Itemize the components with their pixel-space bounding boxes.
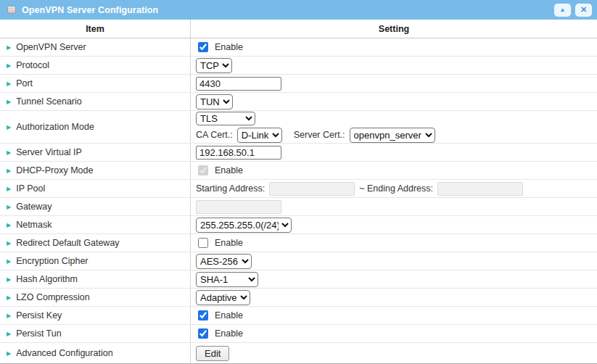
item-cell-gateway: ▶ Gateway <box>0 198 191 215</box>
row-arrow-icon: ▶ <box>7 125 11 131</box>
persist-tun-enable-checkbox[interactable] <box>198 328 208 339</box>
encryption-cipher-select[interactable]: AES-256 <box>196 254 252 269</box>
server-cert-select[interactable]: openvpn_server <box>350 128 435 143</box>
port-input[interactable] <box>196 77 281 91</box>
table-row: ▶ Advanced Configuration Edit <box>0 343 597 364</box>
item-label: Persist Key <box>16 310 62 320</box>
row-arrow-icon: ▶ <box>7 331 11 337</box>
item-cell-protocol: ▶ Protocol <box>0 57 191 74</box>
table-row: ▶ Gateway <box>0 198 597 216</box>
row-arrow-icon: ▶ <box>7 168 11 174</box>
setting-cell-tunnel-scenario: TUN <box>191 93 597 110</box>
table-row: ▶ Server Virtual IP <box>0 144 597 162</box>
window-icon <box>7 6 16 14</box>
table-row: ▶ Netmask 255.255.255.0(/24) <box>0 216 597 234</box>
row-arrow-icon: ▶ <box>7 186 11 192</box>
item-cell-dhcp-proxy-mode: ▶ DHCP-Proxy Mode <box>0 162 191 179</box>
protocol-select[interactable]: TCP <box>196 58 232 73</box>
window-title: OpenVPN Server Configuration <box>22 5 550 15</box>
item-cell-persist-key: ▶ Persist Key <box>0 307 191 324</box>
gateway-input <box>196 200 281 214</box>
authorization-mode-select[interactable]: TLS <box>196 112 255 125</box>
collapse-button[interactable]: ▲ <box>554 4 571 17</box>
setting-cell-protocol: TCP <box>191 57 597 74</box>
row-arrow-icon: ▶ <box>7 313 11 319</box>
header-item: Item <box>0 20 191 38</box>
row-arrow-icon: ▶ <box>7 204 11 210</box>
item-cell-advanced-configuration: ▶ Advanced Configuration <box>0 343 191 363</box>
tunnel-scenario-select[interactable]: TUN <box>196 94 233 109</box>
enable-label: Enable <box>215 328 243 339</box>
lzo-compression-select[interactable]: Adaptive <box>196 290 250 305</box>
item-label: LZO Compression <box>16 292 89 302</box>
setting-cell-persist-tun: Enable <box>191 325 597 342</box>
table-row: ▶ DHCP-Proxy Mode Enable <box>0 162 597 180</box>
setting-cell-hash-algorithm: SHA-1 <box>191 270 597 288</box>
item-label: Gateway <box>16 202 52 212</box>
item-cell-tunnel-scenario: ▶ Tunnel Scenario <box>0 93 191 110</box>
item-cell-port: ▶ Port <box>0 75 191 92</box>
redirect-default-gateway-enable-checkbox[interactable] <box>198 238 208 248</box>
server-cert-label: Server Cert.: <box>294 130 345 140</box>
setting-cell-server-virtual-ip <box>191 144 597 161</box>
titlebar: OpenVPN Server Configuration ▲ ✕ <box>0 0 597 20</box>
item-label: Server Virtual IP <box>16 147 82 157</box>
row-arrow-icon: ▶ <box>7 63 11 69</box>
setting-cell-ip-pool: Starting Address: ~ Ending Address: <box>191 180 597 197</box>
item-cell-persist-tun: ▶ Persist Tun <box>0 325 191 342</box>
enable-label: Enable <box>215 310 243 320</box>
row-arrow-icon: ▶ <box>7 351 11 357</box>
table-row: ▶ Redirect Default Gateway Enable <box>0 234 597 252</box>
setting-cell-authorization-mode: TLS CA Cert.: D-Link Server Cert.: openv… <box>191 111 597 143</box>
persist-key-enable-checkbox[interactable] <box>198 310 208 320</box>
item-cell-redirect-default-gateway: ▶ Redirect Default Gateway <box>0 234 191 252</box>
table-header: Item Setting <box>0 20 597 38</box>
edit-button[interactable]: Edit <box>196 346 229 361</box>
item-label: Authorization Mode <box>16 122 94 132</box>
item-label: IP Pool <box>16 183 45 194</box>
close-button[interactable]: ✕ <box>575 4 592 17</box>
table-row: ▶ Encryption Cipher AES-256 <box>0 252 597 270</box>
ca-cert-select[interactable]: D-Link <box>237 128 282 143</box>
row-arrow-icon: ▶ <box>7 45 11 51</box>
table-row: ▶ Hash Algorithm SHA-1 <box>0 270 597 289</box>
row-arrow-icon: ▶ <box>7 99 11 105</box>
row-arrow-icon: ▶ <box>7 223 11 228</box>
item-cell-server-virtual-ip: ▶ Server Virtual IP <box>0 144 191 161</box>
table-row: ▶ Persist Key Enable <box>0 307 597 325</box>
item-label: Port <box>16 78 33 88</box>
item-cell-netmask: ▶ Netmask <box>0 216 191 233</box>
table-row: ▶ IP Pool Starting Address: ~ Ending Add… <box>0 180 597 198</box>
setting-cell-port <box>191 75 597 92</box>
item-label: Protocol <box>16 60 49 70</box>
openvpn-server-enable-checkbox[interactable] <box>198 42 208 52</box>
row-arrow-icon: ▶ <box>7 241 11 247</box>
table-row: ▶ Port <box>0 75 597 93</box>
item-label: Redirect Default Gateway <box>16 238 119 248</box>
setting-cell-dhcp-proxy-mode: Enable <box>191 162 597 179</box>
ca-cert-label: CA Cert.: <box>196 130 233 140</box>
row-arrow-icon: ▶ <box>7 295 11 301</box>
row-arrow-icon: ▶ <box>7 259 11 265</box>
item-label: DHCP-Proxy Mode <box>16 165 93 175</box>
item-label: Encryption Cipher <box>16 256 88 266</box>
item-label: Advanced Configuration <box>16 348 112 358</box>
header-setting: Setting <box>191 20 597 38</box>
server-virtual-ip-input[interactable] <box>196 146 281 160</box>
enable-label: Enable <box>215 238 243 248</box>
item-cell-hash-algorithm: ▶ Hash Algorithm <box>0 270 191 288</box>
ending-address-input <box>437 182 523 196</box>
netmask-select[interactable]: 255.255.255.0(/24) <box>196 218 292 233</box>
hash-algorithm-select[interactable]: SHA-1 <box>196 272 258 287</box>
row-arrow-icon: ▶ <box>7 150 11 156</box>
enable-label: Enable <box>215 165 243 175</box>
setting-cell-gateway <box>191 198 597 215</box>
item-label: OpenVPN Server <box>16 42 86 52</box>
starting-address-label: Starting Address: <box>196 183 265 194</box>
item-cell-openvpn-server: ▶ OpenVPN Server <box>0 38 191 56</box>
openvpn-server-configuration-window: OpenVPN Server Configuration ▲ ✕ Item Se… <box>0 0 597 364</box>
starting-address-input <box>269 182 355 196</box>
row-arrow-icon: ▶ <box>7 277 11 283</box>
ending-address-label: ~ Ending Address: <box>359 183 433 194</box>
setting-cell-lzo-compression: Adaptive <box>191 289 597 306</box>
